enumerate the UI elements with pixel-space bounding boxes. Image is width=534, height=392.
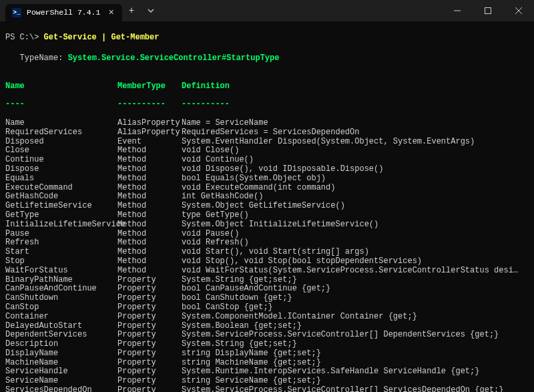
cell-definition: bool CanStop {get;}: [182, 303, 522, 313]
cell-membertype: Property: [117, 367, 182, 377]
cell-name: CanStop: [5, 303, 117, 313]
cell-membertype: Method: [117, 184, 182, 193]
close-icon: [515, 7, 522, 14]
cell-definition: void Close(): [182, 146, 522, 156]
cell-name: Disposed: [5, 138, 117, 147]
cell-definition: type GetType(): [182, 211, 522, 220]
table-row: MachineNamePropertystring MachineName {g…: [5, 359, 529, 368]
cell-name: GetType: [5, 211, 117, 220]
cell-definition: System.String {get;set;}: [182, 340, 522, 349]
table-row: DisplayNamePropertystring DisplayName {g…: [5, 349, 529, 359]
cell-name: BinaryPathName: [5, 276, 117, 285]
maximize-button[interactable]: [473, 0, 503, 21]
table-row: WaitForStatusMethodvoid WaitForStatus(Sy…: [5, 266, 529, 276]
cell-membertype: Method: [117, 211, 182, 220]
cell-definition: void WaitForStatus(System.ServiceProcess…: [182, 266, 522, 276]
cell-name: CanShutdown: [5, 294, 117, 303]
close-button[interactable]: [503, 0, 534, 21]
cell-name: RequiredServices: [5, 128, 117, 138]
cell-definition: void Refresh(): [182, 238, 522, 248]
table-row: InitializeLifetimeServiceMethodSystem.Ob…: [5, 220, 529, 230]
cell-membertype: Property: [117, 386, 182, 392]
minimize-button[interactable]: [442, 0, 473, 21]
table-row: ServicesDependedOnPropertySystem.Service…: [5, 386, 529, 392]
cell-name: Equals: [5, 174, 117, 184]
cell-name: Refresh: [5, 238, 117, 248]
cell-definition: System.ComponentModel.IContainer Contain…: [182, 313, 522, 322]
cell-name: Dispose: [5, 165, 117, 174]
table-row: GetLifetimeServiceMethodSystem.Object Ge…: [5, 202, 529, 211]
cell-name: DelayedAutoStart: [5, 322, 117, 331]
cell-definition: void Continue(): [182, 156, 522, 165]
new-tab-button[interactable]: +: [122, 0, 141, 21]
cell-definition: void Stop(), void Stop(bool stopDependen…: [182, 257, 522, 266]
terminal-output[interactable]: PS C:\> Get-Service | Get-Member TypeNam…: [0, 21, 534, 392]
close-tab-button[interactable]: ×: [105, 7, 116, 18]
cell-name: Continue: [5, 156, 117, 165]
svg-rect-1: [485, 8, 491, 14]
cell-name: ExecuteCommand: [5, 184, 117, 193]
cell-name: GetHashCode: [5, 192, 117, 202]
cell-membertype: Property: [117, 377, 182, 386]
cell-definition: System.Runtime.InteropServices.SafeHandl…: [182, 367, 522, 377]
cell-name: DependentServices: [5, 331, 117, 340]
header-definition: Definition: [182, 82, 522, 91]
table-row: PauseMethodvoid Pause(): [5, 230, 529, 239]
cell-name: Name: [5, 119, 117, 128]
cell-name: Close: [5, 146, 117, 156]
cell-membertype: Property: [117, 303, 182, 313]
table-row: DisposedEventSystem.EventHandler Dispose…: [5, 138, 529, 147]
minimize-icon: [454, 7, 461, 14]
cell-membertype: Method: [117, 230, 182, 239]
table-row: StartMethodvoid Start(), void Start(stri…: [5, 248, 529, 257]
cell-name: MachineName: [5, 359, 117, 368]
maximize-icon: [485, 7, 491, 14]
cell-definition: System.ServiceProcess.ServiceController[…: [182, 331, 522, 340]
table-row: DelayedAutoStartPropertySystem.Boolean {…: [5, 322, 529, 331]
cell-membertype: Property: [117, 276, 182, 285]
cell-membertype: Method: [117, 165, 182, 174]
table-row: DescriptionPropertySystem.String {get;se…: [5, 340, 529, 349]
cell-name: Description: [5, 340, 117, 349]
cell-name: ServiceName: [5, 377, 117, 386]
table-row: RequiredServicesAliasPropertyRequiredSer…: [5, 128, 529, 138]
prompt-prefix: PS C:\>: [5, 33, 44, 42]
cell-definition: System.Object InitializeLifetimeService(…: [182, 220, 522, 230]
cell-definition: string ServiceName {get;set;}: [182, 377, 522, 386]
terminal-tab[interactable]: >_ PowerShell 7.4.1 ×: [5, 4, 122, 21]
cell-definition: System.Boolean {get;set;}: [182, 322, 522, 331]
cell-definition: System.EventHandler Disposed(System.Obje…: [182, 138, 522, 147]
table-row: CloseMethodvoid Close(): [5, 146, 529, 156]
tab-dropdown-button[interactable]: [141, 0, 161, 21]
titlebar-drag-area[interactable]: [161, 0, 442, 21]
titlebar: >_ PowerShell 7.4.1 × +: [0, 0, 534, 21]
table-row: GetTypeMethodtype GetType(): [5, 211, 529, 220]
cell-name: Pause: [5, 230, 117, 239]
cell-name: WaitForStatus: [5, 266, 117, 276]
typename-label: TypeName:: [5, 53, 68, 63]
cell-definition: void ExecuteCommand(int command): [182, 184, 522, 193]
cell-name: ServiceHandle: [5, 367, 117, 377]
cell-membertype: AliasProperty: [117, 119, 182, 128]
cell-membertype: Property: [117, 340, 182, 349]
cell-name: Stop: [5, 257, 117, 266]
cell-membertype: Property: [117, 294, 182, 303]
cell-definition: void Pause(): [182, 230, 522, 239]
chevron-down-icon: [148, 7, 154, 14]
cell-definition: bool Equals(System.Object obj): [182, 174, 522, 184]
cell-membertype: Property: [117, 313, 182, 322]
cell-name: GetLifetimeService: [5, 202, 117, 211]
header-name: Name: [5, 82, 117, 91]
tab-title: PowerShell 7.4.1: [27, 8, 100, 17]
table-row: CanStopPropertybool CanStop {get;}: [5, 303, 529, 313]
table-row: GetHashCodeMethodint GetHashCode(): [5, 192, 529, 202]
cell-definition: System.String {get;set;}: [182, 276, 522, 285]
cell-definition: System.Object GetLifetimeService(): [182, 202, 522, 211]
cell-definition: void Start(), void Start(string[] args): [182, 248, 522, 257]
table-row: ContainerPropertySystem.ComponentModel.I…: [5, 313, 529, 322]
table-header-divider: ------------------------: [5, 100, 529, 110]
cell-name: InitializeLifetimeService: [5, 220, 117, 230]
table-row: NameAliasPropertyName = ServiceName: [5, 119, 529, 128]
cell-definition: bool CanPauseAndContinue {get;}: [182, 284, 522, 294]
cell-membertype: Method: [117, 146, 182, 156]
